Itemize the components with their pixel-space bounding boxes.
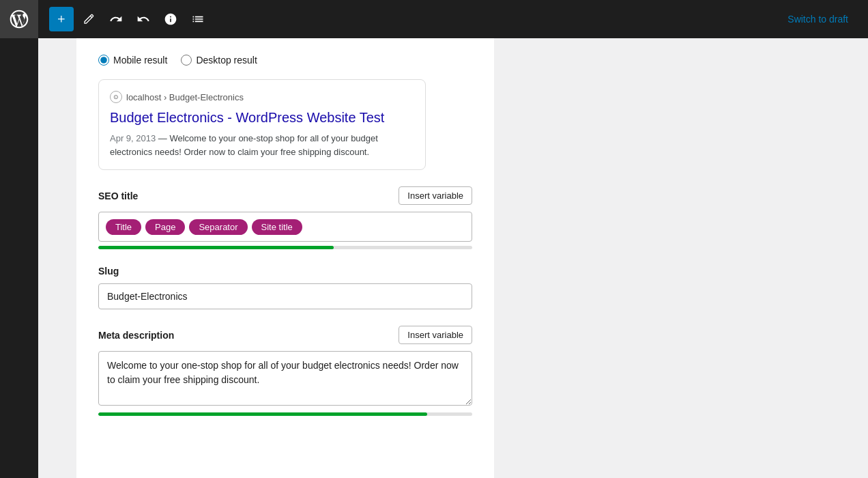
switch-to-draft-button[interactable]: Switch to draft: [779, 9, 857, 29]
slug-header: Slug: [98, 266, 472, 277]
breadcrumb-text: localhost › Budget-Electronics: [126, 92, 244, 102]
info-button[interactable]: [158, 7, 183, 31]
breadcrumb-globe-icon: ⊙: [110, 91, 122, 103]
redo-button[interactable]: [131, 7, 156, 31]
search-preview-title[interactable]: Budget Electronics - WordPress Website T…: [110, 109, 414, 126]
seo-title-field[interactable]: Title Page Separator Site title: [98, 212, 472, 242]
slug-input[interactable]: [98, 283, 472, 309]
mobile-label: Mobile result: [113, 55, 167, 66]
seo-title-section: SEO title Insert variable Title Page Sep…: [98, 186, 472, 249]
preview-type-radio-group: Mobile result Desktop result: [98, 55, 472, 66]
mobile-result-option[interactable]: Mobile result: [98, 55, 167, 66]
seo-title-insert-variable-button[interactable]: Insert variable: [399, 186, 472, 205]
add-block-button[interactable]: [49, 7, 74, 31]
seo-tag-site-title[interactable]: Site title: [252, 219, 302, 235]
seo-tag-title[interactable]: Title: [106, 219, 141, 235]
seo-title-label: SEO title: [98, 191, 138, 201]
pencil-icon: [82, 12, 96, 26]
editor-area: Mobile result Desktop result ⊙ localhost…: [76, 38, 494, 478]
desktop-label: Desktop result: [196, 55, 257, 66]
plus-icon: [55, 12, 68, 26]
search-preview-card: ⊙ localhost › Budget-Electronics Budget …: [98, 79, 426, 170]
redo-icon: [136, 12, 150, 26]
mobile-radio[interactable]: [98, 55, 109, 66]
desktop-result-option[interactable]: Desktop result: [181, 55, 257, 66]
wp-logo[interactable]: [0, 0, 38, 38]
em-dash: —: [158, 133, 170, 143]
search-preview-meta: Apr 9, 2013 — Welcome to your one-stop s…: [110, 132, 414, 158]
top-toolbar: Switch to draft: [38, 0, 868, 38]
meta-description-section: Meta description Insert variable Welcome…: [98, 326, 472, 416]
slug-section: Slug: [98, 266, 472, 309]
seo-title-progress-bar-wrap: [98, 246, 472, 249]
desktop-radio[interactable]: [181, 55, 192, 66]
seo-tag-page[interactable]: Page: [145, 219, 185, 235]
seo-tag-separator[interactable]: Separator: [189, 219, 247, 235]
meta-description-header: Meta description Insert variable: [98, 326, 472, 344]
meta-description-progress-bar-wrap: [98, 412, 472, 416]
search-preview-breadcrumb: ⊙ localhost › Budget-Electronics: [110, 91, 414, 103]
info-icon: [164, 12, 177, 26]
edit-button[interactable]: [76, 7, 101, 31]
main-content: Mobile result Desktop result ⊙ localhost…: [76, 38, 868, 478]
meta-description-progress-bar: [98, 412, 427, 416]
list-view-icon: [191, 12, 205, 26]
undo-icon: [109, 12, 123, 26]
right-panel: [494, 38, 868, 478]
meta-description-textarea[interactable]: Welcome to your one-stop shop for all of…: [98, 351, 472, 406]
wordpress-icon: [8, 8, 30, 30]
seo-title-progress-bar: [98, 246, 334, 249]
seo-title-header: SEO title Insert variable: [98, 186, 472, 205]
meta-description-insert-variable-button[interactable]: Insert variable: [399, 326, 472, 344]
undo-button[interactable]: [104, 7, 128, 31]
wp-sidebar: [0, 0, 38, 478]
list-view-button[interactable]: [186, 7, 210, 31]
search-preview-date: Apr 9, 2013: [110, 133, 156, 143]
meta-description-label: Meta description: [98, 330, 174, 341]
slug-label: Slug: [98, 266, 119, 277]
